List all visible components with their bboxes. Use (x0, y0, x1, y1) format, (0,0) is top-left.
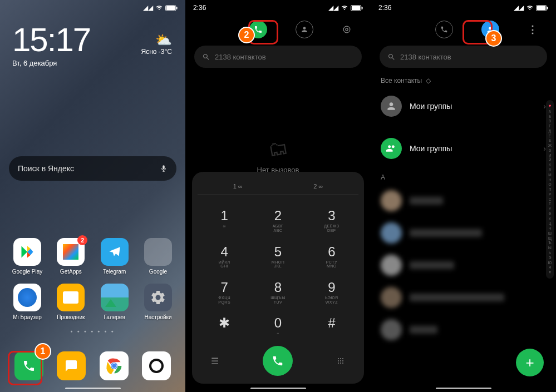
wifi-icon (155, 4, 163, 11)
contact-row-blurred[interactable] (371, 281, 556, 314)
app-grid: Google Play 2GetApps Telegram Google Mi … (0, 238, 185, 333)
svg-point-17 (342, 360, 343, 361)
alphabet-scrollbar[interactable]: ♥ АБВГДЕЕЖЗИЙКЛМНОПРСТУФХЦЧШЩЪЫЬЭЮЯ# (546, 100, 554, 279)
key-6[interactable]: 6РСТУMNO (305, 239, 358, 274)
sim-tabs: 1 ∞ 2 ∞ (198, 183, 358, 195)
more-icon[interactable]: ⋮ (528, 23, 538, 36)
search-placeholder: Поиск в Яндекс (18, 164, 74, 173)
my-groups-1[interactable]: Мои группы › (371, 89, 556, 123)
signal-icon: ◢◢ (143, 4, 153, 12)
svg-point-15 (338, 360, 339, 361)
app-getapps[interactable]: 2GetApps (51, 238, 90, 275)
home-indicator[interactable] (65, 388, 121, 389)
contact-row-blurred[interactable] (371, 314, 556, 346)
svg-point-14 (342, 358, 343, 359)
section-header: A (371, 166, 556, 185)
add-contact-fab[interactable]: + (516, 349, 544, 376)
search-icon (387, 53, 396, 61)
battery-icon (165, 5, 178, 11)
page-indicator: ● ● ● ● ● ● ● (8, 329, 178, 333)
callout-badge-1: 1 (35, 343, 51, 360)
app-mi-browser[interactable]: Mi Браузер (8, 284, 47, 320)
my-groups-2[interactable]: Мои группы › (371, 131, 556, 166)
status-bar-2: 2:36 ◢◢ (185, 0, 371, 16)
status-bar: ◢◢ (0, 0, 185, 16)
key-9[interactable]: 9ЬЭЮЯWXYZ (305, 274, 358, 310)
signal-icon: ◢◢ (328, 4, 338, 12)
key-8[interactable]: 8ШЩЪЫTUV (251, 274, 304, 310)
mic-icon[interactable] (160, 163, 168, 173)
call-button[interactable] (263, 346, 293, 376)
svg-rect-8 (352, 6, 361, 9)
contact-row-blurred[interactable] (371, 185, 556, 217)
svg-rect-9 (362, 7, 363, 9)
svg-rect-23 (547, 7, 548, 9)
heart-icon[interactable]: ♥ (549, 103, 552, 110)
contacts-filter[interactable]: Все контакты ◇ (371, 68, 556, 89)
keypad-collapse-icon[interactable] (336, 356, 345, 365)
dialpad: 1 ∞ 2 ∞ 1∞ 2АБВГABC 3ДЕЁЖЗDEF 4ИЙКЛGHI 5… (192, 172, 364, 384)
svg-rect-22 (537, 6, 546, 9)
svg-point-10 (343, 26, 350, 33)
svg-point-13 (340, 358, 341, 359)
sim-tab-1[interactable]: 1 ∞ (233, 183, 243, 190)
svg-point-16 (340, 360, 341, 361)
svg-rect-1 (166, 6, 175, 9)
wifi-icon (526, 4, 534, 11)
weather-widget[interactable]: ⛅ Ясно -3°C (141, 32, 172, 56)
menu-icon[interactable]: ☰ (211, 356, 219, 366)
dialer-screen: 2:36 ◢◢ 2138 контактов 🗂 Нет вызовов 1 ∞… (185, 0, 371, 392)
svg-point-18 (338, 363, 339, 364)
key-7[interactable]: 7ФХЦЧPQRS (198, 274, 251, 310)
battery-icon (536, 5, 548, 11)
svg-point-12 (338, 358, 339, 359)
sim-cards-icon: 🗂 (266, 135, 290, 162)
home-indicator-3[interactable] (436, 388, 491, 389)
svg-point-20 (342, 363, 343, 364)
sim-tab-2[interactable]: 2 ∞ (313, 183, 323, 190)
settings-icon[interactable] (341, 24, 352, 35)
app-gallery[interactable]: Галерея (95, 284, 134, 320)
svg-point-19 (340, 363, 341, 364)
home-screen: ◢◢ 15:17 Вт, 6 декабря ⛅ Ясно -3°C Поиск… (0, 0, 185, 392)
search-icon (202, 53, 210, 61)
contact-search[interactable]: 2138 контактов (194, 46, 362, 68)
clock-date: Вт, 6 декабря (12, 59, 173, 67)
app-telegram[interactable]: Telegram (95, 238, 134, 275)
people-icon (381, 138, 402, 159)
key-1[interactable]: 1∞ (198, 202, 251, 238)
key-hash[interactable]: # (305, 310, 358, 341)
weather-icon: ⛅ (141, 32, 172, 48)
key-5[interactable]: 5МНОПJKL (251, 239, 304, 274)
svg-point-6 (112, 364, 116, 368)
status-bar-3: 2:36 ◢◢ (371, 0, 556, 16)
key-0[interactable]: 0+ (251, 310, 304, 341)
key-2[interactable]: 2АБВГABC (251, 202, 304, 238)
key-4[interactable]: 4ИЙКЛGHI (198, 239, 251, 274)
contacts-screen: 2:36 ◢◢ ⋮ 2138 контактов Все контакты ◇ … (371, 0, 556, 392)
wifi-icon (341, 4, 348, 11)
contact-row-blurred[interactable] (371, 249, 556, 281)
key-star[interactable]: ✱ (198, 310, 251, 341)
dock-chrome[interactable] (100, 351, 129, 380)
tab-contacts[interactable] (296, 21, 313, 38)
dock-camera[interactable] (142, 351, 171, 380)
contact-row-blurred[interactable] (371, 217, 556, 249)
svg-rect-2 (176, 7, 178, 9)
home-indicator-2[interactable] (250, 388, 306, 389)
dock-messages[interactable] (57, 351, 86, 380)
app-files[interactable]: Проводник (51, 284, 90, 320)
empty-calls: 🗂 Нет вызовов (185, 137, 371, 174)
app-google-play[interactable]: Google Play (8, 238, 47, 275)
contact-search-3[interactable]: 2138 контактов (380, 46, 547, 68)
key-3[interactable]: 3ДЕЁЖЗDEF (305, 202, 358, 238)
app-settings[interactable]: Настройки (139, 284, 178, 320)
yandex-search-bar[interactable]: Поиск в Яндекс (9, 156, 176, 181)
signal-icon: ◢◢ (514, 4, 524, 12)
app-google-folder[interactable]: Google (139, 238, 178, 275)
person-icon (381, 96, 402, 117)
battery-icon (351, 5, 363, 11)
tab-phone[interactable] (435, 21, 453, 38)
callout-badge-2: 2 (238, 27, 255, 43)
callout-badge-3: 3 (485, 30, 502, 47)
